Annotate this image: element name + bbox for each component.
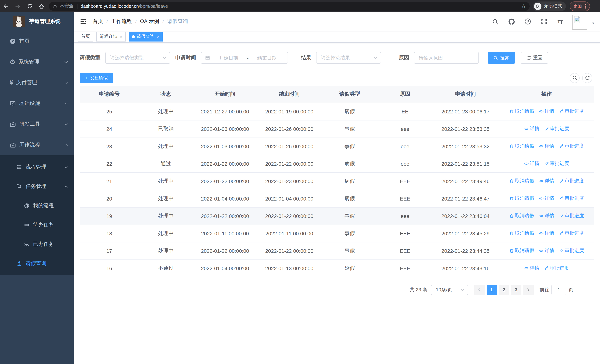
forward-arrow-icon	[15, 3, 21, 9]
leave-type-placeholder: 请选择请假类型	[110, 55, 144, 61]
browser-forward-button[interactable]	[12, 1, 24, 11]
sidebar-item-process-mgmt[interactable]: 流程管理	[0, 158, 74, 177]
tab-process-detail[interactable]: 流程详情 ×	[96, 32, 126, 41]
cell-start: 2022-01-22 00:00:00	[193, 242, 257, 260]
refresh-table-button[interactable]	[582, 73, 592, 83]
sidebar-item-leave-query[interactable]: 请假查询	[0, 254, 74, 273]
approval-progress-link[interactable]: 审批进度	[544, 125, 569, 132]
fullscreen-button[interactable]	[540, 17, 548, 26]
browser-update-button[interactable]: 更新	[570, 1, 590, 11]
github-link[interactable]	[507, 17, 516, 26]
cancel-leave-link[interactable]: 取消请假	[509, 230, 534, 237]
approval-progress-link[interactable]: 审批进度	[559, 195, 584, 202]
pagination-total: 共 23 条	[410, 286, 427, 293]
cancel-leave-link[interactable]: 取消请假	[509, 108, 534, 115]
cell-type: 病假	[321, 190, 378, 207]
avatar-caret-icon[interactable]: ▼	[591, 21, 595, 25]
approval-progress-link[interactable]: 审批进度	[559, 178, 584, 184]
robot-face-icon	[24, 203, 30, 209]
reset-button[interactable]: 重置	[521, 52, 548, 64]
detail-link[interactable]: 详情	[539, 108, 554, 115]
sidebar-item-done-tasks[interactable]: 已办任务	[0, 235, 74, 254]
sidebar-item-todo-tasks[interactable]: 待办任务	[0, 215, 74, 235]
page-button-3[interactable]: 3	[511, 284, 521, 295]
close-icon[interactable]: ×	[120, 34, 122, 39]
page-button-1[interactable]: 1	[487, 284, 497, 295]
help-button[interactable]	[523, 17, 532, 26]
result-placeholder: 请选择流结果	[321, 55, 350, 61]
page-button-2[interactable]: 2	[499, 284, 509, 295]
approval-progress-link[interactable]: 审批进度	[559, 108, 584, 115]
sidebar-item-system[interactable]: ⚙ 系统管理	[0, 52, 74, 72]
detail-link[interactable]: 详情	[524, 265, 539, 271]
cancel-leave-link[interactable]: 取消请假	[509, 213, 534, 219]
search-button[interactable]: 搜索	[488, 52, 515, 64]
sidebar-item-label: 待办任务	[33, 222, 54, 228]
approval-progress-link[interactable]: 审批进度	[559, 230, 584, 237]
reason-input[interactable]	[414, 52, 479, 64]
breadcrumb-item[interactable]: 工作流程	[111, 18, 132, 25]
font-size-button[interactable]: TT	[556, 17, 565, 26]
sidebar-item-task-mgmt[interactable]: 任务管理	[0, 177, 74, 196]
cancel-leave-link[interactable]: 取消请假	[509, 178, 534, 184]
bookmark-star-icon[interactable]: ☆	[521, 3, 526, 9]
create-leave-button[interactable]: + 发起请假	[80, 73, 113, 83]
action-label: 取消请假	[515, 143, 534, 149]
end-date-input[interactable]	[250, 55, 284, 61]
font-size-icon: T	[558, 19, 560, 24]
cell-applied: 2022-01-22 23:44:35	[432, 242, 499, 260]
browser-reload-button[interactable]	[24, 1, 36, 11]
browser-back-button[interactable]	[0, 1, 12, 11]
sidebar-item-my-process[interactable]: 我的流程	[0, 196, 74, 215]
sidebar-item-infra[interactable]: 基础设施	[0, 93, 74, 114]
goto-page-input[interactable]	[552, 284, 566, 295]
apply-time-range-picker[interactable]: -	[201, 52, 288, 64]
browser-home-button[interactable]	[36, 1, 47, 11]
approval-progress-link[interactable]: 审批进度	[544, 160, 569, 167]
detail-link[interactable]: 详情	[539, 230, 554, 237]
approval-progress-link[interactable]: 审批进度	[544, 265, 569, 271]
detail-link[interactable]: 详情	[539, 143, 554, 149]
detail-link[interactable]: 详情	[524, 160, 539, 167]
page-size-select[interactable]: 10条/页	[431, 284, 468, 295]
delete-icon	[509, 109, 514, 114]
detail-link[interactable]: 详情	[539, 195, 554, 202]
next-page-button[interactable]	[523, 284, 534, 295]
sidebar-item-payment[interactable]: ¥ 支付管理	[0, 72, 74, 93]
breadcrumb-item[interactable]: OA 示例	[140, 18, 159, 25]
address-bar[interactable]: 不安全 dashboard.yudao.iocoder.cn/bpm/oa/le…	[49, 2, 530, 10]
detail-link[interactable]: 详情	[539, 213, 554, 219]
detail-link[interactable]: 详情	[539, 178, 554, 184]
tab-leave-query[interactable]: 请假查询 ×	[129, 32, 163, 41]
sidebar-item-devtools[interactable]: 研发工具	[0, 114, 74, 135]
breadcrumb-item[interactable]: 首页	[93, 18, 103, 25]
user-avatar[interactable]	[572, 15, 587, 30]
browser-menu-icon[interactable]	[585, 4, 586, 9]
leave-type-select[interactable]: 请选择请假类型	[105, 52, 170, 64]
chevron-down-icon	[373, 56, 378, 60]
cell-type: 事假	[321, 138, 378, 155]
tab-home[interactable]: 首页	[78, 32, 94, 41]
approval-progress-link[interactable]: 审批进度	[559, 143, 584, 149]
detail-link[interactable]: 详情	[524, 125, 539, 132]
toggle-search-button[interactable]	[570, 73, 580, 83]
close-icon[interactable]: ×	[157, 34, 159, 39]
start-date-input[interactable]	[212, 55, 245, 61]
result-select[interactable]: 请选择流结果	[316, 52, 381, 64]
cancel-leave-link[interactable]: 取消请假	[509, 247, 534, 254]
pagination-jumper: 前往 页	[540, 284, 573, 295]
approval-progress-link[interactable]: 审批进度	[559, 213, 584, 219]
cancel-leave-link[interactable]: 取消请假	[509, 195, 534, 202]
approval-progress-link[interactable]: 审批进度	[559, 247, 584, 254]
sidebar-toggle-button[interactable]	[80, 18, 87, 25]
prev-page-button[interactable]	[474, 284, 485, 295]
header-search-button[interactable]	[491, 17, 500, 26]
plus-icon: +	[85, 75, 88, 81]
cell-applied: 2022-01-22 23:46:47	[432, 190, 499, 207]
sidebar-item-home[interactable]: 首页	[0, 31, 74, 52]
cancel-leave-link[interactable]: 取消请假	[509, 143, 534, 149]
detail-link[interactable]: 详情	[539, 247, 554, 254]
sidebar-item-workflow[interactable]: 工作流程	[0, 135, 74, 155]
table-row: 24 已取消 2022-01-03 00:00:00 2022-01-26 00…	[80, 120, 594, 138]
eye-icon	[539, 109, 544, 114]
